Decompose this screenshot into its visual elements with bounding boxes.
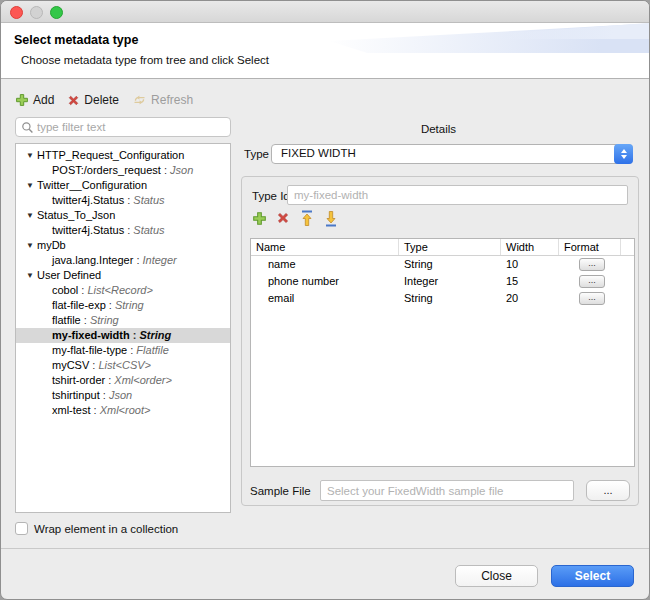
- table-row[interactable]: email String 20 ...: [251, 290, 634, 307]
- tree-item-type: Integer: [143, 253, 177, 268]
- delete-button[interactable]: Delete: [67, 93, 119, 107]
- tree-item[interactable]: cobol : List<Record>: [16, 283, 230, 298]
- sample-file-input[interactable]: [320, 480, 574, 501]
- type-id-input[interactable]: [287, 185, 628, 205]
- tree-item-type: Status: [133, 223, 164, 238]
- tree-item[interactable]: ▼ myDb: [16, 238, 230, 253]
- chevron-down-icon[interactable]: ▼: [26, 238, 37, 253]
- move-field-down-button[interactable]: [323, 209, 339, 227]
- filter-input[interactable]: [37, 121, 217, 133]
- tree-item[interactable]: my-flat-file-type : Flatfile: [16, 343, 230, 358]
- tree-item-separator: :: [161, 163, 170, 178]
- tree-item[interactable]: ▼ Status_To_Json: [16, 208, 230, 223]
- tree-item[interactable]: ▼ HTTP_Request_Configuration: [16, 148, 230, 163]
- delete-button-label: Delete: [84, 93, 119, 107]
- field-actions-toolbar: [251, 209, 339, 227]
- chevron-down-icon: [621, 155, 627, 159]
- tree-item-separator: :: [124, 193, 133, 208]
- tree-item-type: List<Record>: [87, 283, 152, 298]
- tree-item-label: flat-file-exp: [52, 298, 106, 313]
- table-row[interactable]: name String 10 ...: [251, 256, 634, 273]
- tree-item-label: twitter4j.Status: [52, 193, 124, 208]
- add-field-button[interactable]: [251, 209, 267, 227]
- type-id-label: Type Id: [252, 190, 290, 202]
- tree-item-label: User Defined: [37, 268, 101, 283]
- select-button[interactable]: Select: [551, 565, 634, 587]
- tree-item[interactable]: myCSV : List<CSV>: [16, 358, 230, 373]
- tree-toolbar: Add Delete Refresh: [15, 93, 193, 107]
- window-titlebar[interactable]: [1, 1, 649, 23]
- column-header-filler: [621, 239, 634, 255]
- fields-table-header: Name Type Width Format: [251, 239, 634, 256]
- page-title: Select metadata type: [14, 33, 138, 47]
- tree-item[interactable]: tshirtinput : Json: [16, 388, 230, 403]
- column-header-width[interactable]: Width: [501, 239, 559, 255]
- tree-item[interactable]: ▼ User Defined: [16, 268, 230, 283]
- column-header-type[interactable]: Type: [399, 239, 501, 255]
- type-dropdown[interactable]: FIXED WIDTH: [271, 144, 633, 164]
- wrap-collection-label: Wrap element in a collection: [34, 523, 178, 535]
- tree-item-selected[interactable]: my-fixed-width : String: [16, 328, 230, 343]
- format-ellipsis-button[interactable]: ...: [579, 258, 605, 271]
- delete-x-icon: [276, 211, 290, 225]
- tree-item-label: Status_To_Json: [37, 208, 115, 223]
- tree-item[interactable]: ▼ Twitter__Configuration: [16, 178, 230, 193]
- refresh-button[interactable]: Refresh: [132, 93, 193, 107]
- delete-x-icon: [67, 94, 80, 107]
- cell-type: Integer: [399, 273, 501, 290]
- wrap-collection-row: Wrap element in a collection: [15, 522, 178, 535]
- column-header-name[interactable]: Name: [251, 239, 399, 255]
- cell-format: ...: [559, 256, 621, 273]
- format-ellipsis-button[interactable]: ...: [579, 292, 605, 305]
- chevron-down-icon[interactable]: ▼: [26, 148, 37, 163]
- close-button[interactable]: Close: [455, 565, 538, 587]
- table-row[interactable]: phone number Integer 15 ...: [251, 273, 634, 290]
- tree-item-separator: :: [106, 298, 115, 313]
- tree-item[interactable]: tshirt-order : Xml<order>: [16, 373, 230, 388]
- tree-item-label: twitter4j.Status: [52, 223, 124, 238]
- zoom-window-button[interactable]: [50, 6, 63, 19]
- tree-item-type: Status: [133, 193, 164, 208]
- type-dropdown-value: FIXED WIDTH: [281, 147, 356, 159]
- tree-item[interactable]: java.lang.Integer : Integer: [16, 253, 230, 268]
- dropdown-stepper-icon[interactable]: [614, 144, 633, 164]
- column-header-format[interactable]: Format: [559, 239, 621, 255]
- wrap-collection-checkbox[interactable]: [15, 522, 28, 535]
- tree-item[interactable]: xml-test : Xml<root>: [16, 403, 230, 418]
- tree-item-label: xml-test: [52, 403, 91, 418]
- wizard-header: Select metadata type Choose metadata typ…: [1, 23, 649, 79]
- tree-item[interactable]: twitter4j.Status : Status: [16, 193, 230, 208]
- cell-format: ...: [559, 273, 621, 290]
- chevron-down-icon[interactable]: ▼: [26, 178, 37, 193]
- tree-item-type: Flatfile: [136, 343, 168, 358]
- add-button[interactable]: Add: [15, 93, 54, 107]
- tree-item[interactable]: twitter4j.Status : Status: [16, 223, 230, 238]
- tree-item-type: List<CSV>: [98, 358, 151, 373]
- chevron-down-icon[interactable]: ▼: [26, 208, 37, 223]
- chevron-down-icon[interactable]: ▼: [26, 268, 37, 283]
- tree-item[interactable]: POST:/orders_request : Json: [16, 163, 230, 178]
- refresh-button-label: Refresh: [151, 93, 193, 107]
- cell-width: 20: [501, 290, 559, 307]
- tree-item[interactable]: flatfile : String: [16, 313, 230, 328]
- add-plus-icon: [252, 211, 267, 226]
- search-icon: [21, 121, 34, 134]
- minimize-window-button[interactable]: [30, 6, 43, 19]
- tree-item-type: Json: [170, 163, 193, 178]
- format-ellipsis-button[interactable]: ...: [579, 275, 605, 288]
- tree-item-type: Json: [109, 388, 132, 403]
- move-field-up-button[interactable]: [299, 209, 315, 227]
- tree-item[interactable]: flat-file-exp : String: [16, 298, 230, 313]
- metadata-tree: ▼ HTTP_Request_Configuration POST:/order…: [15, 143, 231, 513]
- close-window-button[interactable]: [10, 6, 23, 19]
- add-button-label: Add: [33, 93, 54, 107]
- chevron-up-icon: [621, 149, 627, 153]
- tree-item-label: myDb: [37, 238, 66, 253]
- sample-file-label: Sample File: [250, 485, 311, 497]
- tree-item-type: Xml<order>: [114, 373, 171, 388]
- tree-item-type: String: [139, 328, 171, 343]
- delete-field-button[interactable]: [275, 209, 291, 227]
- browse-file-button[interactable]: ...: [586, 480, 630, 501]
- tree-item-separator: :: [81, 313, 90, 328]
- cell-type: String: [399, 290, 501, 307]
